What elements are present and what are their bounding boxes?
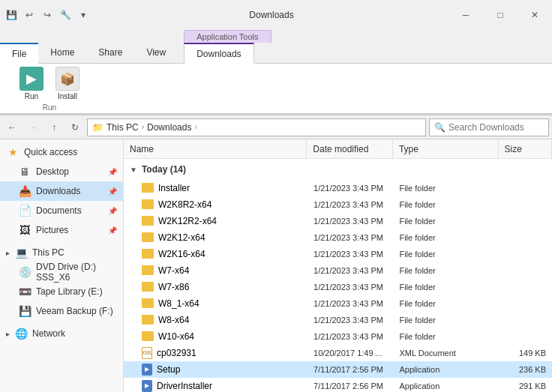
- maximize-button[interactable]: □: [483, 4, 518, 26]
- sidebar-label-dvd: DVD Drive (D:) SSS_X6: [36, 262, 117, 283]
- install-icon: 📦: [56, 67, 80, 91]
- file-date: 1/21/2023 3:43 PM: [308, 316, 393, 325]
- file-date: 1/21/2023 3:43 PM: [308, 283, 393, 292]
- minimize-button[interactable]: ─: [448, 4, 483, 26]
- file-date: 1/21/2023 3:43 PM: [308, 299, 393, 308]
- table-row[interactable]: W8-x64 1/21/2023 3:43 PM File folder: [124, 312, 552, 328]
- veeam-icon: 💾: [18, 305, 32, 317]
- up-button[interactable]: ↑: [45, 118, 63, 136]
- sidebar-label-veeam: Veeam Backup (F:): [36, 306, 117, 316]
- file-type: File folder: [393, 200, 498, 209]
- table-row[interactable]: W2K16-x64 1/21/2023 3:43 PM File folder: [124, 246, 552, 262]
- install-button[interactable]: 📦 Install: [51, 65, 84, 102]
- file-name: W7-x64: [158, 265, 189, 276]
- table-row[interactable]: W10-x64 1/21/2023 3:43 PM File folder: [124, 328, 552, 345]
- sidebar-item-this-pc[interactable]: ▸ 💻 This PC: [0, 243, 123, 262]
- run-button[interactable]: ▶ Run: [15, 65, 48, 102]
- pin-icon-desktop: 📌: [108, 168, 117, 176]
- sidebar-item-network[interactable]: ▸ 🌐 Network: [0, 324, 123, 343]
- sidebar-item-desktop[interactable]: 🖥 Desktop 📌: [0, 162, 123, 181]
- tab-home[interactable]: Home: [38, 42, 86, 63]
- table-row[interactable]: W8_1-x64 1/21/2023 3:43 PM File folder: [124, 295, 552, 312]
- table-row[interactable]: W7-x86 1/21/2023 3:43 PM File folder: [124, 279, 552, 295]
- sidebar: ★ Quick access 🖥 Desktop 📌 📥 Downloads 📌…: [0, 139, 124, 392]
- close-button[interactable]: ✕: [518, 4, 552, 26]
- exe-icon: ▶: [142, 364, 152, 376]
- group-header-today[interactable]: ▼ Today (14): [124, 159, 552, 180]
- file-date: 1/21/2023 3:43 PM: [308, 233, 393, 242]
- group-expand-icon: ▼: [130, 166, 137, 174]
- tab-view[interactable]: View: [134, 42, 178, 63]
- folder-icon: [142, 331, 154, 341]
- navigation-bar: ← → ↑ ↻ 📁 This PC › Downloads › 🔍: [0, 115, 552, 139]
- col-header-size[interactable]: Size: [499, 139, 552, 158]
- star-icon: ★: [6, 146, 20, 158]
- col-header-type[interactable]: Type: [393, 139, 499, 158]
- sidebar-item-documents[interactable]: 📄 Documents 📌: [0, 201, 123, 220]
- file-name: W8_1-x64: [158, 298, 200, 309]
- folder-icon: [142, 282, 154, 292]
- tab-share[interactable]: Share: [86, 42, 134, 63]
- sidebar-label-downloads: Downloads: [36, 186, 104, 196]
- tab-app-tools[interactable]: Downloads: [184, 43, 254, 64]
- file-size: 236 KB: [499, 365, 552, 374]
- file-name: W2K16-x64: [158, 249, 206, 259]
- address-thispc[interactable]: This PC: [106, 122, 139, 133]
- sidebar-item-tape[interactable]: 📼 Tape Library (E:): [0, 282, 123, 301]
- undo-icon[interactable]: ↩: [21, 7, 38, 23]
- sidebar-label-pictures: Pictures: [36, 225, 104, 235]
- file-name: Setup: [157, 364, 180, 375]
- folder-icon: [142, 249, 154, 259]
- table-row[interactable]: ▶ DriverInstaller 7/11/2017 2:56 PM Appl…: [124, 378, 552, 392]
- address-downloads[interactable]: Downloads: [147, 122, 191, 133]
- back-button[interactable]: ←: [3, 118, 21, 136]
- search-bar[interactable]: 🔍: [429, 118, 549, 136]
- sidebar-item-downloads[interactable]: 📥 Downloads 📌: [0, 181, 123, 201]
- col-header-name[interactable]: Name: [124, 139, 307, 158]
- sidebar-item-dvd[interactable]: 💿 DVD Drive (D:) SSS_X6: [0, 262, 123, 282]
- table-row[interactable]: W2K8R2-x64 1/21/2023 3:43 PM File folder: [124, 196, 552, 213]
- address-bar[interactable]: 📁 This PC › Downloads ›: [87, 118, 426, 136]
- desktop-icon: 🖥: [18, 166, 32, 178]
- file-size: 291 KB: [499, 382, 552, 391]
- file-date: 7/11/2017 2:56 PM: [308, 382, 393, 391]
- file-date: 1/21/2023 3:43 PM: [308, 217, 393, 226]
- window-controls: ─ □ ✕: [448, 4, 552, 26]
- properties-icon[interactable]: 🔧: [57, 7, 74, 23]
- file-type: File folder: [393, 316, 498, 325]
- file-date: 1/21/2023 3:43 PM: [308, 332, 393, 341]
- file-name: W7-x86: [158, 282, 189, 292]
- file-type: XML Document: [393, 349, 498, 358]
- save-icon[interactable]: 💾: [3, 7, 20, 23]
- search-input[interactable]: [448, 122, 544, 133]
- table-row[interactable]: ▶ Setup 7/11/2017 2:56 PM Application 23…: [124, 361, 552, 378]
- run-label: Run: [25, 92, 38, 100]
- col-header-date[interactable]: Date modified: [307, 139, 393, 158]
- folder-icon: [142, 315, 154, 325]
- sidebar-item-veeam[interactable]: 💾 Veeam Backup (F:): [0, 301, 123, 321]
- refresh-icon[interactable]: ↻: [66, 118, 84, 136]
- file-type: File folder: [393, 184, 498, 193]
- app-tools-header: Application Tools: [184, 30, 271, 43]
- table-row[interactable]: W2K12-x64 1/21/2023 3:43 PM File folder: [124, 229, 552, 246]
- table-row[interactable]: XML cp032931 10/20/2017 1:49 ... XML Doc…: [124, 345, 552, 361]
- pictures-icon: 🖼: [18, 224, 32, 236]
- table-row[interactable]: W7-x64 1/21/2023 3:43 PM File folder: [124, 262, 552, 279]
- sidebar-label-quick-access: Quick access: [24, 147, 117, 157]
- sidebar-label-documents: Documents: [36, 205, 104, 216]
- group-label-today: Today (14): [142, 164, 186, 175]
- forward-button[interactable]: →: [24, 118, 42, 136]
- tab-file[interactable]: File: [0, 43, 38, 64]
- table-row[interactable]: Installer 1/21/2023 3:43 PM File folder: [124, 180, 552, 196]
- sidebar-item-pictures[interactable]: 🖼 Pictures 📌: [0, 220, 123, 240]
- file-type: File folder: [393, 250, 498, 259]
- file-type: Application: [393, 365, 498, 374]
- dropdown-icon[interactable]: ▾: [75, 7, 92, 23]
- table-row[interactable]: W2K12R2-x64 1/21/2023 3:43 PM File folde…: [124, 213, 552, 229]
- file-date: 1/21/2023 3:43 PM: [308, 250, 393, 259]
- folder-icon: [142, 265, 154, 275]
- redo-icon[interactable]: ↪: [39, 7, 56, 23]
- pin-icon-documents: 📌: [108, 207, 117, 215]
- sidebar-item-quick-access[interactable]: ★ Quick access: [0, 142, 123, 162]
- file-date: 1/21/2023 3:43 PM: [308, 266, 393, 275]
